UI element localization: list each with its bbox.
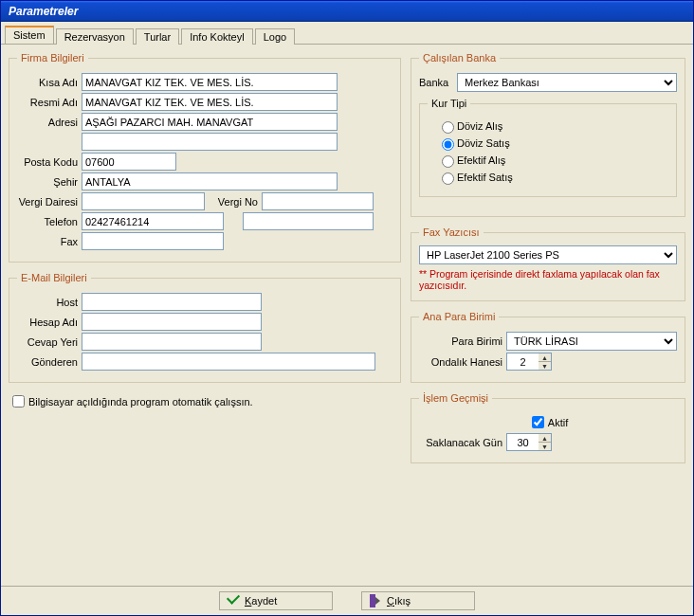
input-kisa-adi[interactable] xyxy=(82,73,338,91)
autostart-row: Bilgisayar açıldığında program otomatik … xyxy=(9,392,401,410)
autostart-label: Bilgisayar açıldığında program otomatik … xyxy=(28,396,253,408)
input-cevap-yeri[interactable] xyxy=(82,333,262,351)
label-vergi-no: Vergi No xyxy=(205,196,262,208)
ana-para-group: Ana Para Birimi Para Birimi TÜRK LİRASI … xyxy=(411,311,685,383)
label-efektif-satis: Efektif Satış xyxy=(457,172,513,183)
label-banka: Banka xyxy=(419,77,457,88)
input-ondalik[interactable] xyxy=(506,353,539,371)
banka-group: Çalışılan Banka Banka Merkez Bankası Kur… xyxy=(411,52,685,217)
right-column: Çalışılan Banka Banka Merkez Bankası Kur… xyxy=(411,52,685,578)
label-saklanacak-gun: Saklanacak Gün xyxy=(419,437,506,448)
bottom-bar: Kaydet Çıkış xyxy=(1,586,693,615)
label-posta-kodu: Posta Kodu xyxy=(17,156,82,168)
label-aktif: Aktif xyxy=(548,417,568,428)
kaydet-button[interactable]: Kaydet xyxy=(219,591,333,610)
window: Parametreler Sistem Rezervasyon Turlar I… xyxy=(0,0,694,616)
label-fax: Fax xyxy=(17,236,82,247)
label-gonderen: Gönderen xyxy=(17,356,82,368)
content-area: Firma Bilgileri Kısa Adı Resmi Adı Adres… xyxy=(1,45,693,586)
input-adresi-1[interactable] xyxy=(82,113,338,131)
input-saklanacak-gun[interactable] xyxy=(506,433,539,451)
select-para-birimi[interactable]: TÜRK LİRASI xyxy=(506,332,677,351)
input-gonderen[interactable] xyxy=(82,353,375,371)
tab-rezervasyon[interactable]: Rezervasyon xyxy=(56,28,134,45)
fax-yazicisi-group: Fax Yazıcısı HP LaserJet 2100 Series PS … xyxy=(411,226,685,301)
checkbox-aktif[interactable] xyxy=(532,416,544,428)
email-legend: E-Mail Bilgileri xyxy=(17,272,91,283)
select-fax-yazicisi[interactable]: HP LaserJet 2100 Series PS xyxy=(419,245,677,264)
label-doviz-alis: Döviz Alış xyxy=(457,120,502,132)
kur-tipi-group: Kur Tipi Döviz Alış Döviz Satış Efekt xyxy=(419,98,677,197)
label-ondalik: Ondalık Hanesi xyxy=(419,356,506,368)
label-cevap-yeri: Cevap Yeri xyxy=(17,336,82,348)
fax-legend: Fax Yazıcısı xyxy=(419,226,484,238)
islem-legend: İşlem Geçmişi xyxy=(419,392,492,404)
window-title: Parametreler xyxy=(9,5,78,18)
label-vergi-dairesi: Vergi Dairesi xyxy=(17,196,82,208)
radio-efektif-satis[interactable] xyxy=(442,172,454,185)
ana-para-legend: Ana Para Birimi xyxy=(419,311,499,322)
label-para-birimi: Para Birimi xyxy=(419,335,506,347)
tab-info-kokteyl[interactable]: Info Kokteyl xyxy=(181,28,252,45)
radio-efektif-alis[interactable] xyxy=(442,155,454,168)
firma-legend: Firma Bilgileri xyxy=(17,52,88,63)
input-telefon-1[interactable] xyxy=(82,212,224,230)
label-host: Host xyxy=(17,297,82,308)
input-telefon-2[interactable] xyxy=(243,212,374,230)
input-adresi-2[interactable] xyxy=(82,133,338,151)
label-kisa-adi: Kısa Adı xyxy=(17,77,82,88)
label-efektif-alis: Efektif Alış xyxy=(457,154,505,166)
label-sehir: Şehir xyxy=(17,176,82,188)
label-adresi: Adresi xyxy=(17,117,82,128)
input-host[interactable] xyxy=(82,293,262,311)
exit-icon xyxy=(370,594,381,607)
label-doviz-satis: Döviz Satış xyxy=(457,137,510,149)
input-sehir[interactable] xyxy=(82,172,338,190)
radio-doviz-alis[interactable] xyxy=(442,121,454,134)
tab-logo[interactable]: Logo xyxy=(255,28,295,45)
fax-warning: ** Program içerisinde direkt faxlama yap… xyxy=(419,268,677,291)
cikis-button[interactable]: Çıkış xyxy=(361,591,475,610)
radio-doviz-satis[interactable] xyxy=(442,138,454,151)
tab-turlar[interactable]: Turlar xyxy=(136,28,179,45)
tabstrip: Sistem Rezervasyon Turlar Info Kokteyl L… xyxy=(1,22,693,45)
check-icon xyxy=(228,595,239,607)
input-resmi-adi[interactable] xyxy=(82,93,338,111)
input-vergi-dairesi[interactable] xyxy=(82,192,205,210)
input-posta-kodu[interactable] xyxy=(82,153,176,171)
tab-sistem[interactable]: Sistem xyxy=(5,26,54,44)
autostart-checkbox[interactable] xyxy=(12,395,25,408)
spin-ondalik[interactable]: ▲▼ xyxy=(539,353,552,371)
kur-tipi-legend: Kur Tipi xyxy=(428,98,470,109)
titlebar: Parametreler xyxy=(1,1,693,22)
select-banka[interactable]: Merkez Bankası xyxy=(457,73,677,92)
banka-legend: Çalışılan Banka xyxy=(419,52,500,63)
firma-bilgileri-group: Firma Bilgileri Kısa Adı Resmi Adı Adres… xyxy=(9,52,401,263)
email-bilgileri-group: E-Mail Bilgileri Host Hesap Adı Cevap Ye… xyxy=(9,272,401,383)
label-resmi-adi: Resmi Adı xyxy=(17,97,82,108)
islem-gecmisi-group: İşlem Geçmişi Aktif Saklanacak Gün ▲▼ xyxy=(411,392,685,463)
input-hesap-adi[interactable] xyxy=(82,313,262,331)
label-hesap-adi: Hesap Adı xyxy=(17,317,82,328)
input-fax[interactable] xyxy=(82,232,224,250)
left-column: Firma Bilgileri Kısa Adı Resmi Adı Adres… xyxy=(9,52,401,578)
label-telefon: Telefon xyxy=(17,216,82,227)
input-vergi-no[interactable] xyxy=(262,192,374,210)
spin-gun[interactable]: ▲▼ xyxy=(539,433,552,451)
